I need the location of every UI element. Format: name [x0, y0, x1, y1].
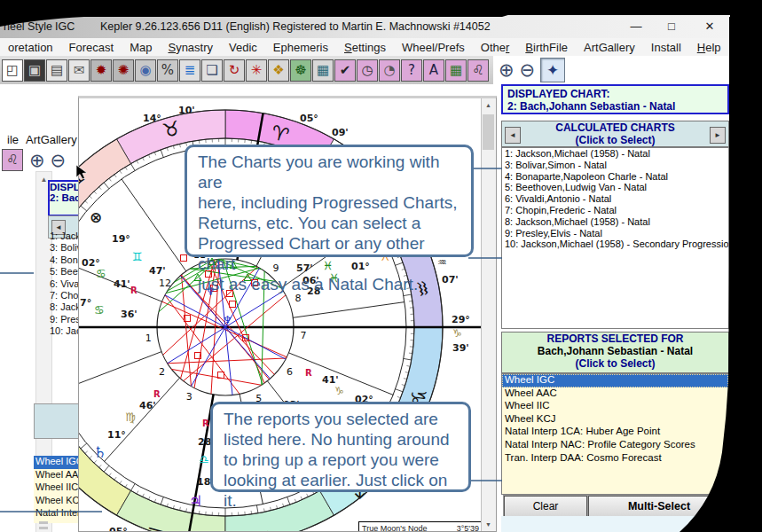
background-window-title: heel Style — [4, 20, 52, 33]
zoom-out-icon[interactable]: ⊖ — [520, 59, 536, 81]
menu-item-settings[interactable]: Settings — [336, 41, 394, 54]
no-aspect-icon[interactable]: ✳ — [246, 59, 267, 82]
reports-list[interactable]: Wheel IGCWheel AACWheel IICWheel KCJNata… — [501, 373, 729, 495]
ratio-moon-icon[interactable]: % — [157, 59, 178, 82]
menu-item-birthfile[interactable]: BirthFile — [517, 41, 576, 54]
callout-line: looking at earlier. Just click on it. — [224, 470, 458, 511]
list-item[interactable]: 3: Bolivar, — [50, 242, 78, 254]
documents-icon[interactable]: ❏ — [201, 59, 223, 82]
list-item[interactable]: 10: Jackson,Michael (1958) - Secondary P… — [502, 239, 728, 250]
search-leo-icon[interactable]: ♌ — [467, 59, 489, 82]
wheel-label: 05° — [109, 526, 128, 532]
moon-node-label: True Moon's Node — [362, 524, 427, 532]
scroll-left-icon[interactable]: ◄ — [505, 127, 521, 144]
menu-item-artgallery[interactable]: ArtGallery — [576, 41, 643, 54]
calendar-icon[interactable]: ▦ — [312, 59, 334, 82]
scroll-right-icon[interactable]: ► — [710, 127, 726, 144]
calculated-charts-list[interactable]: 1: Jackson,Michael (1958) - Natal3: Boli… — [501, 147, 729, 329]
pointer-star-icon[interactable]: ✦ — [540, 58, 565, 82]
list-item[interactable]: 6: Vivaldi, — [50, 278, 78, 290]
list-item[interactable]: Wheel KCJ — [502, 413, 728, 426]
list-item[interactable]: Natal Interp NAC: Profile Category Score… — [502, 439, 728, 452]
scroll-down-icon[interactable]: ▼ — [482, 518, 495, 532]
wheel-label: ♆ — [223, 314, 232, 326]
list-item[interactable]: 8: Jackson — [50, 301, 78, 313]
zoom-in-icon[interactable]: ⊕ — [29, 150, 45, 171]
list-item[interactable]: Wheel AAC — [502, 387, 728, 401]
doc-question-icon[interactable]: ? — [401, 59, 422, 82]
scrollbar-thumb[interactable] — [483, 114, 494, 150]
menu-item-oretation[interactable]: oretation — [0, 41, 61, 54]
menu-item-exit[interactable]: Exit — [729, 41, 762, 54]
list-item[interactable]: 7: Chopin, — [50, 290, 78, 301]
wheel-label: ♋ — [94, 303, 105, 317]
doc-text-icon[interactable]: A — [423, 59, 444, 82]
list-item[interactable]: 7: Chopin,Frederic - Natal — [502, 205, 728, 216]
close-button[interactable]: ✕ — [695, 15, 725, 38]
list-item[interactable]: Wheel IGC — [502, 374, 728, 387]
wheel-chart-icon[interactable]: ✹ — [90, 59, 112, 82]
list-item[interactable]: 3: Bolivar,Simon - Natal — [502, 160, 728, 171]
wheel-label: R — [130, 286, 137, 295]
list-item[interactable]: 5: Beethov — [50, 266, 78, 278]
list-item[interactable]: 8: Jackson,Michael (1958) - Natal — [502, 216, 728, 228]
new-window-icon[interactable]: ◰ — [2, 59, 23, 82]
email-icon[interactable]: ✉ — [68, 59, 90, 82]
wheel-label: 36' — [121, 309, 137, 320]
zoom-toolbar: ⊕⊖✦ — [493, 56, 729, 84]
grid-wheel-icon[interactable]: ❖ — [268, 59, 289, 82]
list-item[interactable]: 9: Presley, — [50, 314, 78, 325]
menu-item-help[interactable]: Help — [689, 41, 729, 54]
minimize-button[interactable]: — — [621, 15, 651, 38]
zoom-in-icon[interactable]: ⊕ — [499, 59, 515, 81]
list-item[interactable]: Tran. Interp DAA: Cosmo Forecast — [502, 452, 728, 466]
list-item[interactable]: Natal Interp 1CA: Huber Age Point — [502, 426, 728, 439]
menu-item-ile[interactable]: ile — [7, 133, 19, 149]
list-report-icon[interactable]: ≣ — [179, 59, 200, 82]
search-leo-icon[interactable]: ♌ — [2, 149, 23, 171]
list-item[interactable]: 4: Bonaparte,Napoleon Charle - Natal — [502, 171, 728, 183]
grid-report-icon[interactable]: ▦ — [445, 59, 467, 82]
list-item[interactable]: Wheel IIC — [502, 400, 728, 413]
menu-item-wheelprefs[interactable]: Wheel/Prefs — [394, 41, 473, 54]
wheel-label: R — [153, 389, 161, 399]
clock-icon[interactable]: ◷ — [357, 59, 378, 82]
wheel-label: 05° — [300, 113, 318, 124]
list-item[interactable]: 1: Jackson,Michael (1958) - Natal — [502, 148, 728, 160]
list-item[interactable]: 4: Bonapa — [50, 254, 78, 266]
menu-item-synastry[interactable]: Synastry — [160, 41, 221, 54]
house-number-6: 6 — [287, 366, 293, 378]
wheel-label: ♄ — [93, 443, 106, 461]
list-item[interactable]: 1: Jackson — [50, 231, 78, 242]
zoom-out-icon[interactable]: ⊖ — [51, 150, 67, 171]
left-calculated-list[interactable]: 1: Jackson3: Bolivar,4: Bonapa5: Beethov… — [50, 231, 78, 337]
menu-item-ephemeris[interactable]: Ephemeris — [265, 41, 336, 54]
om-icon[interactable]: ☸ — [290, 59, 311, 82]
menu-item-other[interactable]: Other — [473, 41, 518, 54]
time-pie-icon[interactable]: ◔ — [379, 59, 400, 82]
reports-selected-title: REPORTS SELECTED FOR — [502, 332, 728, 345]
menu-item-forecast[interactable]: Forecast — [61, 41, 122, 54]
chart-scrollbar[interactable]: ▲ ▼ — [481, 98, 496, 532]
house-number-12: 12 — [159, 278, 171, 289]
menu-item-artgallery[interactable]: ArtGallery — [26, 133, 77, 149]
save-icon[interactable]: ▣ — [24, 59, 45, 82]
check-icon[interactable]: ✔ — [334, 59, 356, 82]
rotate-icon[interactable]: ↻ — [224, 59, 245, 82]
zodiac-segment-libra — [117, 490, 226, 532]
dual-wheel-icon[interactable]: ◉ — [135, 59, 156, 82]
wheel-chart-alt-icon[interactable]: ✺ — [113, 59, 134, 82]
multi-select-button[interactable]: Multi-Select — [588, 496, 730, 517]
maximize-button[interactable]: □ — [656, 15, 687, 38]
menu-item-install[interactable]: Install — [643, 41, 689, 54]
scroll-up-icon[interactable]: ▲ — [482, 98, 495, 113]
print-icon[interactable]: ▤ — [46, 59, 67, 82]
list-item[interactable]: 5: Beethoven,Ludwig Van - Natal — [502, 182, 728, 193]
menu-item-map[interactable]: Map — [122, 41, 160, 54]
clear-button[interactable]: Clear — [504, 496, 587, 517]
menu-item-vedic[interactable]: Vedic — [221, 41, 265, 54]
list-item[interactable]: 6: Vivaldi,Antonio - Natal — [502, 193, 728, 205]
moon-node-value: 3°5'39 — [457, 524, 479, 532]
list-item[interactable]: 9: Presley,Elvis - Natal — [502, 228, 728, 239]
list-item[interactable]: 10: Jackso — [50, 325, 78, 337]
